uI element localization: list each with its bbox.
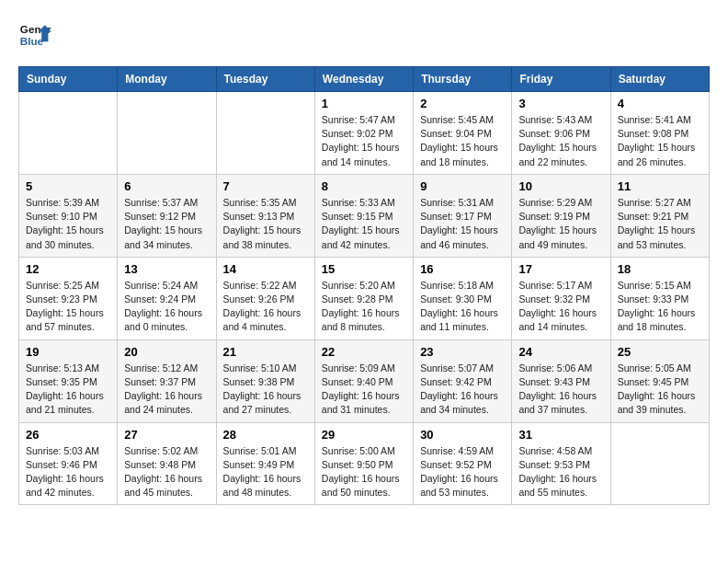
day-number: 13 — [124, 262, 209, 276]
logo-icon: General Blue — [18, 18, 51, 52]
day-info: Sunrise: 5:39 AM Sunset: 9:10 PM Dayligh… — [26, 196, 110, 252]
day-cell: 27Sunrise: 5:02 AM Sunset: 9:48 PM Dayli… — [118, 422, 216, 505]
day-cell: 14Sunrise: 5:22 AM Sunset: 9:26 PM Dayli… — [216, 257, 314, 339]
day-cell: 20Sunrise: 5:12 AM Sunset: 9:37 PM Dayli… — [118, 339, 216, 422]
day-number: 14 — [223, 262, 308, 276]
day-number: 19 — [26, 345, 110, 359]
day-cell: 13Sunrise: 5:24 AM Sunset: 9:24 PM Dayli… — [118, 257, 216, 339]
day-number: 3 — [518, 97, 603, 110]
day-number: 28 — [223, 428, 308, 442]
week-row-4: 19Sunrise: 5:13 AM Sunset: 9:35 PM Dayli… — [19, 339, 710, 422]
day-info: Sunrise: 5:25 AM Sunset: 9:23 PM Dayligh… — [26, 279, 110, 335]
day-number: 26 — [26, 428, 110, 442]
day-info: Sunrise: 5:07 AM Sunset: 9:42 PM Dayligh… — [420, 362, 505, 418]
day-cell: 15Sunrise: 5:20 AM Sunset: 9:28 PM Dayli… — [314, 257, 413, 339]
day-number: 17 — [518, 262, 603, 276]
day-info: Sunrise: 5:12 AM Sunset: 9:37 PM Dayligh… — [124, 362, 209, 418]
day-info: Sunrise: 5:41 AM Sunset: 9:08 PM Dayligh… — [618, 113, 702, 169]
day-number: 9 — [420, 179, 505, 193]
day-number: 4 — [618, 97, 702, 110]
day-number: 2 — [420, 97, 505, 110]
day-cell: 1Sunrise: 5:47 AM Sunset: 9:02 PM Daylig… — [314, 92, 413, 175]
calendar-table: SundayMondayTuesdayWednesdayThursdayFrid… — [18, 66, 710, 505]
logo: General Blue — [18, 18, 51, 52]
day-cell — [216, 92, 314, 175]
day-cell: 9Sunrise: 5:31 AM Sunset: 9:17 PM Daylig… — [414, 174, 512, 257]
day-info: Sunrise: 4:59 AM Sunset: 9:52 PM Dayligh… — [420, 444, 505, 500]
day-number: 20 — [124, 345, 209, 359]
weekday-header-monday: Monday — [118, 67, 216, 92]
day-info: Sunrise: 5:37 AM Sunset: 9:12 PM Dayligh… — [124, 196, 209, 252]
day-info: Sunrise: 5:10 AM Sunset: 9:38 PM Dayligh… — [223, 362, 308, 418]
day-cell: 12Sunrise: 5:25 AM Sunset: 9:23 PM Dayli… — [19, 257, 118, 339]
day-number: 23 — [420, 345, 505, 359]
day-number: 31 — [518, 428, 603, 442]
day-number: 12 — [26, 262, 110, 276]
weekday-header-saturday: Saturday — [610, 67, 709, 92]
weekday-header-thursday: Thursday — [414, 67, 512, 92]
day-cell: 28Sunrise: 5:01 AM Sunset: 9:49 PM Dayli… — [216, 422, 314, 505]
day-info: Sunrise: 5:22 AM Sunset: 9:26 PM Dayligh… — [223, 279, 308, 335]
day-cell: 5Sunrise: 5:39 AM Sunset: 9:10 PM Daylig… — [19, 174, 118, 257]
day-number: 1 — [322, 97, 406, 110]
weekday-header-wednesday: Wednesday — [314, 67, 413, 92]
day-number: 7 — [223, 179, 308, 193]
day-cell — [610, 422, 709, 505]
day-cell — [118, 92, 216, 175]
day-cell: 31Sunrise: 4:58 AM Sunset: 9:53 PM Dayli… — [512, 422, 610, 505]
day-info: Sunrise: 5:35 AM Sunset: 9:13 PM Dayligh… — [223, 196, 308, 252]
day-info: Sunrise: 5:06 AM Sunset: 9:43 PM Dayligh… — [518, 362, 603, 418]
day-number: 8 — [322, 179, 406, 193]
day-info: Sunrise: 5:05 AM Sunset: 9:45 PM Dayligh… — [618, 362, 702, 418]
day-cell: 10Sunrise: 5:29 AM Sunset: 9:19 PM Dayli… — [512, 174, 610, 257]
day-cell: 6Sunrise: 5:37 AM Sunset: 9:12 PM Daylig… — [118, 174, 216, 257]
week-row-5: 26Sunrise: 5:03 AM Sunset: 9:46 PM Dayli… — [19, 422, 710, 505]
weekday-header-row: SundayMondayTuesdayWednesdayThursdayFrid… — [19, 67, 710, 92]
day-cell: 8Sunrise: 5:33 AM Sunset: 9:15 PM Daylig… — [314, 174, 413, 257]
day-info: Sunrise: 5:20 AM Sunset: 9:28 PM Dayligh… — [322, 279, 406, 335]
day-info: Sunrise: 5:43 AM Sunset: 9:06 PM Dayligh… — [518, 113, 603, 169]
week-row-2: 5Sunrise: 5:39 AM Sunset: 9:10 PM Daylig… — [19, 174, 710, 257]
day-info: Sunrise: 5:02 AM Sunset: 9:48 PM Dayligh… — [124, 444, 209, 500]
week-row-1: 1Sunrise: 5:47 AM Sunset: 9:02 PM Daylig… — [19, 92, 710, 175]
weekday-header-friday: Friday — [512, 67, 610, 92]
day-cell: 22Sunrise: 5:09 AM Sunset: 9:40 PM Dayli… — [314, 339, 413, 422]
day-cell: 16Sunrise: 5:18 AM Sunset: 9:30 PM Dayli… — [414, 257, 512, 339]
day-number: 29 — [322, 428, 406, 442]
day-number: 27 — [124, 428, 209, 442]
day-info: Sunrise: 4:58 AM Sunset: 9:53 PM Dayligh… — [518, 444, 603, 500]
day-info: Sunrise: 5:47 AM Sunset: 9:02 PM Dayligh… — [322, 113, 406, 169]
day-cell: 17Sunrise: 5:17 AM Sunset: 9:32 PM Dayli… — [512, 257, 610, 339]
day-cell: 7Sunrise: 5:35 AM Sunset: 9:13 PM Daylig… — [216, 174, 314, 257]
day-cell: 11Sunrise: 5:27 AM Sunset: 9:21 PM Dayli… — [610, 174, 709, 257]
day-info: Sunrise: 5:31 AM Sunset: 9:17 PM Dayligh… — [420, 196, 505, 252]
day-info: Sunrise: 5:13 AM Sunset: 9:35 PM Dayligh… — [26, 362, 110, 418]
day-info: Sunrise: 5:29 AM Sunset: 9:19 PM Dayligh… — [518, 196, 603, 252]
page-header: General Blue — [18, 18, 710, 52]
day-info: Sunrise: 5:00 AM Sunset: 9:50 PM Dayligh… — [322, 444, 406, 500]
day-number: 30 — [420, 428, 505, 442]
day-info: Sunrise: 5:09 AM Sunset: 9:40 PM Dayligh… — [322, 362, 406, 418]
day-info: Sunrise: 5:24 AM Sunset: 9:24 PM Dayligh… — [124, 279, 209, 335]
week-row-3: 12Sunrise: 5:25 AM Sunset: 9:23 PM Dayli… — [19, 257, 710, 339]
day-cell: 19Sunrise: 5:13 AM Sunset: 9:35 PM Dayli… — [19, 339, 118, 422]
day-number: 18 — [618, 262, 702, 276]
weekday-header-sunday: Sunday — [19, 67, 118, 92]
day-number: 21 — [223, 345, 308, 359]
day-cell: 23Sunrise: 5:07 AM Sunset: 9:42 PM Dayli… — [414, 339, 512, 422]
day-number: 11 — [618, 179, 702, 193]
day-number: 5 — [26, 179, 110, 193]
day-cell — [19, 92, 118, 175]
day-info: Sunrise: 5:01 AM Sunset: 9:49 PM Dayligh… — [223, 444, 308, 500]
day-cell: 21Sunrise: 5:10 AM Sunset: 9:38 PM Dayli… — [216, 339, 314, 422]
day-info: Sunrise: 5:15 AM Sunset: 9:33 PM Dayligh… — [618, 279, 702, 335]
day-number: 6 — [124, 179, 209, 193]
day-number: 22 — [322, 345, 406, 359]
day-number: 10 — [518, 179, 603, 193]
day-info: Sunrise: 5:18 AM Sunset: 9:30 PM Dayligh… — [420, 279, 505, 335]
day-info: Sunrise: 5:27 AM Sunset: 9:21 PM Dayligh… — [618, 196, 702, 252]
day-cell: 26Sunrise: 5:03 AM Sunset: 9:46 PM Dayli… — [19, 422, 118, 505]
day-cell: 2Sunrise: 5:45 AM Sunset: 9:04 PM Daylig… — [414, 92, 512, 175]
day-number: 25 — [618, 345, 702, 359]
day-cell: 30Sunrise: 4:59 AM Sunset: 9:52 PM Dayli… — [414, 422, 512, 505]
